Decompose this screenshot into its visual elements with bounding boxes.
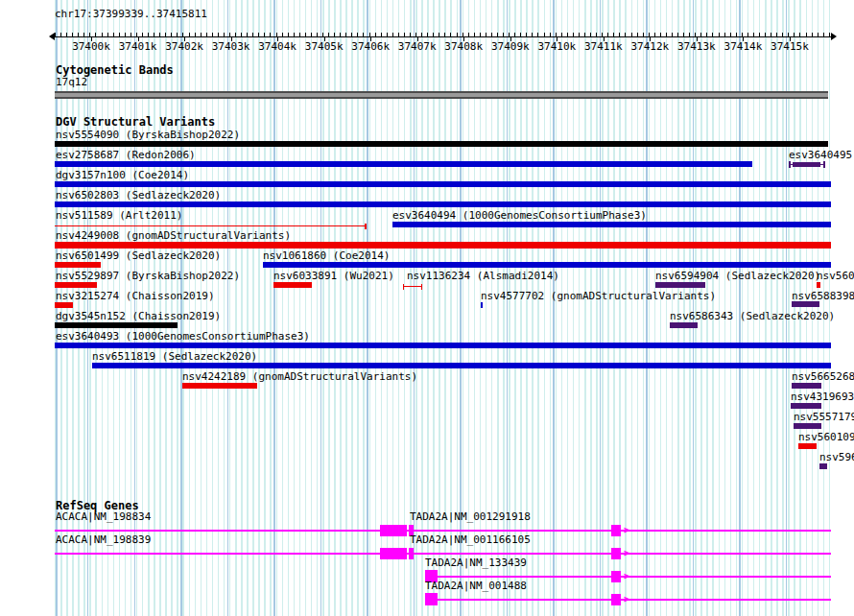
variant-bar[interactable] [55, 161, 752, 167]
variant-label[interactable]: esv2758687 (Redon2006) [56, 150, 196, 161]
dgv-section-title: DGV Structural Variants [56, 116, 215, 129]
ruler-tick-label: 37404k [258, 40, 297, 53]
variant-end-cap [403, 284, 404, 290]
variant-label[interactable]: nsv5600 [817, 271, 854, 282]
gene-exon[interactable] [380, 525, 407, 536]
gene-exon[interactable] [425, 593, 438, 605]
ruler-tick-label: 37415k [771, 40, 809, 53]
variant-label[interactable]: nsv511589 (Arlt2011) [56, 210, 182, 222]
gene-label[interactable]: TADA2A|NM_133439 [425, 557, 527, 569]
variant-bar[interactable] [55, 262, 101, 268]
ruler-tick-label: 37403k [212, 40, 250, 53]
gene-line[interactable] [55, 530, 831, 532]
variant-label[interactable]: nsv6033891 (Wu2021) [273, 271, 394, 282]
variant-end-cap [365, 224, 367, 229]
variant-bar[interactable] [819, 463, 827, 469]
gene-exon[interactable] [611, 594, 621, 605]
variant-label[interactable]: esv3640495 ( [789, 150, 854, 161]
variant-bar[interactable] [794, 423, 821, 429]
variant-bar[interactable] [263, 262, 831, 268]
variant-bar[interactable] [55, 343, 831, 348]
variant-label[interactable]: nsv596 [819, 452, 854, 463]
variant-label[interactable]: nsv4242189 (gnomADStructuralVariants) [182, 371, 417, 383]
ruler-tick-label: 37414k [724, 40, 763, 53]
ruler-tick-label: 37405k [305, 40, 344, 53]
variant-label[interactable]: nsv5601094 [798, 432, 854, 443]
gene-line[interactable] [55, 553, 831, 555]
cytoband-bar[interactable] [55, 91, 828, 99]
ruler-tick-label: 37407k [398, 40, 437, 53]
variant-bar[interactable] [655, 282, 705, 288]
variant-line[interactable] [55, 225, 366, 226]
variant-bar[interactable] [55, 282, 97, 288]
variant-end-cap [823, 161, 825, 168]
variant-bar[interactable] [55, 242, 831, 249]
variant-bar[interactable] [273, 282, 312, 288]
variant-label[interactable]: nsv4577702 (gnomADStructuralVariants) [481, 291, 716, 302]
variant-bar[interactable] [792, 301, 819, 307]
gene-exon[interactable] [380, 548, 407, 559]
variant-bar[interactable] [55, 302, 73, 308]
variant-line[interactable] [403, 286, 422, 287]
variant-bar[interactable] [92, 363, 831, 368]
variant-label[interactable]: nsv1061860 (Coe2014) [263, 250, 390, 262]
variant-label[interactable]: nsv5665268 [792, 371, 854, 383]
ruler-tick-label: 37411k [584, 40, 623, 53]
variant-bar[interactable] [182, 383, 257, 389]
strand-arrow-icon: > [624, 595, 629, 604]
gene-label[interactable]: ACACA|NM_198839 [56, 534, 151, 546]
variant-label[interactable]: nsv5557179 [794, 412, 854, 423]
variant-bar[interactable] [55, 141, 828, 147]
strand-arrow-icon: > [624, 549, 629, 558]
variant-label[interactable]: esv3640494 (1000GenomesConsortiumPhase3) [392, 210, 647, 222]
variant-label[interactable]: nsv5554090 (ByrskaBishop2022) [56, 130, 240, 141]
variant-label[interactable]: esv3640493 (1000GenomesConsortiumPhase3) [56, 331, 310, 343]
gene-exon[interactable] [611, 525, 621, 536]
axis-arrow-right-icon [831, 33, 837, 40]
genome-browser-view: chr17:37399339..37415811 37400k37401k374… [0, 0, 854, 616]
variant-label[interactable]: nsv3215274 (Chaisson2019) [56, 291, 215, 302]
variant-label[interactable]: nsv1136234 (Alsmadi2014) [407, 271, 559, 282]
ruler-tick-label: 37410k [537, 40, 576, 53]
axis-arrow-left-icon [49, 33, 55, 40]
ruler-tick-label: 37408k [444, 40, 483, 53]
ruler-tick-label: 37402k [165, 40, 203, 53]
variant-label[interactable]: nsv5529897 (ByrskaBishop2022) [56, 271, 240, 282]
variant-end-cap [421, 284, 422, 290]
variant-bar[interactable] [481, 302, 483, 308]
variant-label[interactable]: dgv3545n152 (Chaisson2019) [56, 311, 221, 322]
gene-exon[interactable] [611, 571, 621, 582]
variant-label[interactable]: dgv3157n100 (Coe2014) [56, 170, 189, 181]
strand-arrow-icon: > [624, 572, 629, 581]
variant-bar[interactable] [55, 322, 178, 328]
variant-bar[interactable] [392, 222, 831, 227]
gene-exon[interactable] [409, 548, 414, 559]
variant-bar[interactable] [670, 322, 698, 328]
variant-label[interactable]: nsv6586343 (Sedlazeck2020) [670, 311, 835, 322]
variant-bar[interactable] [798, 443, 817, 449]
variant-bar[interactable] [793, 162, 820, 167]
variant-bar[interactable] [791, 403, 821, 409]
variant-label[interactable]: nsv4319693 [791, 391, 854, 403]
variant-label[interactable]: nsv6594904 (Sedlazeck2020) [655, 271, 820, 282]
variant-bar[interactable] [55, 201, 831, 207]
variant-end-cap [789, 161, 791, 168]
gene-label[interactable]: TADA2A|NM_001166105 [410, 534, 531, 546]
ruler-tick-label: 37401k [119, 40, 157, 53]
variant-bar[interactable] [792, 383, 821, 389]
gene-label[interactable]: TADA2A|NM_001291918 [410, 511, 531, 523]
gene-label[interactable]: ACACA|NM_198834 [56, 511, 151, 523]
variant-label[interactable]: nsv4249008 (gnomADStructuralVariants) [56, 230, 291, 242]
ruler-tick-label: 37400k [72, 40, 110, 53]
variant-label[interactable]: nsv6511819 (Sedlazeck2020) [92, 351, 257, 363]
variant-bar[interactable] [817, 282, 820, 288]
gene-label[interactable]: TADA2A|NM_001488 [425, 580, 527, 592]
variant-label[interactable]: nsv6502803 (Sedlazeck2020) [56, 190, 221, 201]
ruler-axis-line [55, 36, 831, 37]
ruler-tick-label: 37409k [491, 40, 530, 53]
gene-exon[interactable] [611, 548, 621, 559]
ruler-tick-label: 37412k [630, 40, 669, 53]
variant-label[interactable]: nsv6501499 (Sedlazeck2020) [56, 250, 221, 262]
variant-bar[interactable] [55, 181, 831, 187]
ruler-tick-label: 37413k [677, 40, 716, 53]
